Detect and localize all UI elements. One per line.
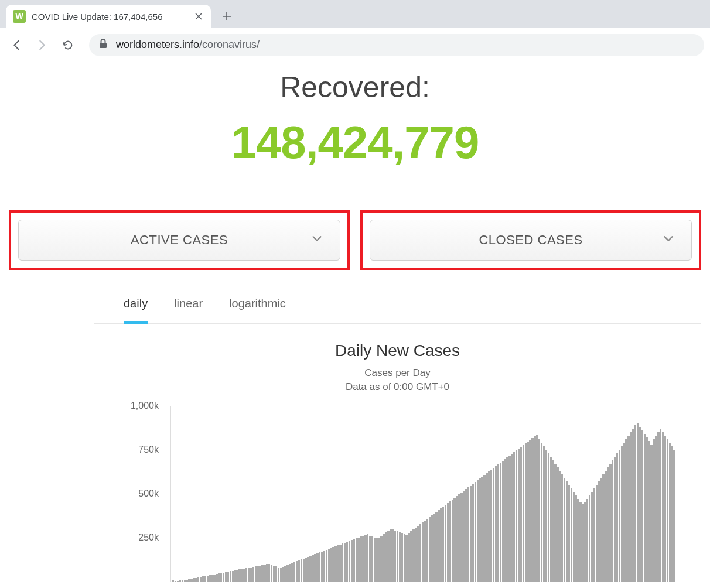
chart-bar xyxy=(627,436,629,582)
url-host: worldometers.info xyxy=(116,39,199,50)
chart-bar xyxy=(301,559,302,582)
chart-bar xyxy=(527,442,528,582)
chart-bar xyxy=(380,536,382,582)
chart-bar xyxy=(571,488,572,582)
chart-bar xyxy=(538,439,540,582)
chart-bar xyxy=(204,576,206,582)
chart-bar xyxy=(648,441,650,582)
chart-bar xyxy=(339,545,341,582)
chart-bar xyxy=(440,508,442,582)
chart-bar xyxy=(564,478,565,582)
chart-bar xyxy=(602,474,604,582)
chart-bar xyxy=(442,507,444,582)
chart-bar xyxy=(458,494,460,582)
chart-bar xyxy=(511,454,513,582)
chart-bar xyxy=(541,443,542,582)
chart-bar xyxy=(426,519,428,582)
chart-bar xyxy=(227,572,229,582)
chart-bar xyxy=(662,432,664,582)
chart-bar xyxy=(286,565,288,582)
chart-bar xyxy=(216,574,217,582)
chart-bar xyxy=(284,566,286,581)
chart-bar xyxy=(243,569,245,582)
active-cases-button[interactable]: ACTIVE CASES xyxy=(18,220,340,261)
chart-bar xyxy=(481,477,483,582)
chart-bar xyxy=(575,495,577,582)
chart-bar xyxy=(589,495,590,582)
chart-bar xyxy=(401,533,403,582)
chart-bar xyxy=(475,482,476,582)
back-button[interactable] xyxy=(6,35,27,56)
chart-bar xyxy=(378,538,380,582)
chart-bar xyxy=(557,467,558,582)
browser-tab[interactable]: W COVID Live Update: 167,404,656 xyxy=(6,5,211,28)
panels-row: ACTIVE CASES CLOSED CASES xyxy=(0,210,710,270)
chart-bar xyxy=(607,467,609,582)
new-tab-button[interactable] xyxy=(217,6,237,26)
chart-bar xyxy=(177,581,179,582)
chart-bar xyxy=(506,457,508,582)
chart-bar xyxy=(397,531,398,582)
chart-bar xyxy=(630,432,632,582)
chart-bar xyxy=(374,538,376,582)
url-path: /coronavirus/ xyxy=(199,39,260,50)
chart-bar xyxy=(405,535,407,582)
chart-bar xyxy=(266,564,268,581)
chart-bar xyxy=(573,492,575,582)
y-axis-labels: 1,000k 750k 500k 250k xyxy=(118,406,165,582)
chart-bar xyxy=(376,538,378,582)
chart-bar xyxy=(271,565,272,582)
chart-bar xyxy=(467,487,469,582)
chart-bar xyxy=(579,502,581,582)
chart-bar xyxy=(314,554,316,582)
chart-bar xyxy=(456,496,458,582)
chart-bar xyxy=(582,504,583,582)
chart-bar xyxy=(236,570,238,582)
chart-bar xyxy=(653,439,654,582)
chart-bar xyxy=(536,435,538,582)
chart-bar xyxy=(200,577,202,582)
chart-bar xyxy=(470,486,472,582)
address-bar[interactable]: worldometers.info/coronavirus/ xyxy=(89,34,704,56)
chart-card: daily linear logarithmic Daily New Cases… xyxy=(94,282,701,586)
chart-bar xyxy=(559,471,561,582)
chart-bar xyxy=(394,531,396,582)
chart-bar xyxy=(410,531,412,582)
recovered-value: 148,424,779 xyxy=(0,116,710,169)
close-icon[interactable] xyxy=(193,11,204,22)
tab-logarithmic[interactable]: logarithmic xyxy=(229,297,286,323)
chart-bar xyxy=(637,423,639,582)
chart-plot[interactable] xyxy=(170,406,677,582)
chart-bar xyxy=(346,542,348,582)
chart-bar xyxy=(312,555,313,582)
chart-bar xyxy=(385,532,387,582)
chart-bar xyxy=(316,553,318,582)
chart-bar xyxy=(465,489,467,582)
chart-bar xyxy=(248,568,250,581)
chart-bar xyxy=(561,474,563,582)
tab-daily[interactable]: daily xyxy=(124,297,148,324)
y-tick-label: 250k xyxy=(138,532,159,543)
closed-cases-label: CLOSED CASES xyxy=(479,233,582,248)
chart-bar xyxy=(392,529,394,582)
favicon-icon: W xyxy=(13,10,26,23)
chart-bar xyxy=(516,450,517,582)
tab-linear[interactable]: linear xyxy=(174,297,203,323)
chart-subtitle: Cases per Day Data as of 0:00 GMT+0 xyxy=(94,366,701,394)
chart-bar xyxy=(223,573,224,582)
chart-bar xyxy=(209,575,211,582)
svg-rect-0 xyxy=(100,43,107,48)
chart-bar xyxy=(664,436,666,582)
chart-subtitle-line2: Data as of 0:00 GMT+0 xyxy=(346,381,449,392)
chart-bar xyxy=(303,559,305,582)
chart-bar xyxy=(351,540,353,582)
forward-button[interactable] xyxy=(32,35,53,56)
reload-button[interactable] xyxy=(57,35,78,56)
closed-cases-button[interactable]: CLOSED CASES xyxy=(370,220,692,261)
chart-bar xyxy=(353,539,355,582)
chart-bar xyxy=(424,521,426,582)
chart-bar xyxy=(609,464,611,582)
chart-bar xyxy=(460,493,462,582)
chart-bar xyxy=(404,534,405,582)
chart-bar xyxy=(554,464,556,582)
